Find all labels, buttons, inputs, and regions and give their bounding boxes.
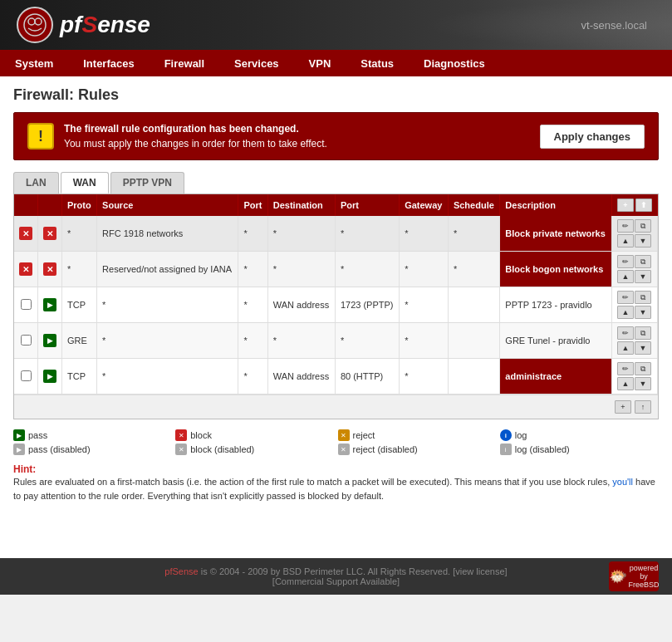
row2-checkbox-cell: ✕ xyxy=(14,252,38,287)
row1-copy-btn[interactable]: ⧉ xyxy=(635,219,651,233)
row5-description: administrace xyxy=(500,359,612,395)
footer-brand-link[interactable]: pfSense xyxy=(164,566,198,576)
row4-state-cell: ▶ xyxy=(38,323,62,359)
row2-down-btn[interactable]: ▼ xyxy=(635,270,651,283)
legend-log-col: i log i log (disabled) xyxy=(500,429,659,455)
row3-up-btn[interactable]: ▲ xyxy=(617,306,634,319)
row4-down-btn[interactable]: ▼ xyxy=(635,341,651,355)
row2-copy-btn[interactable]: ⧉ xyxy=(635,255,651,268)
row4-checkbox-cell[interactable] xyxy=(14,323,38,359)
row2-src-port: * xyxy=(238,252,267,287)
row2-up-btn[interactable]: ▲ xyxy=(617,270,634,283)
row1-checkbox-cell: ✕ xyxy=(14,216,38,252)
alert-line1: The firewall rule configuration has been… xyxy=(64,121,327,136)
row3-proto: TCP xyxy=(62,287,97,323)
import-btn[interactable]: ⬆ xyxy=(635,198,652,212)
legend-reject-col: ✕ reject ✕ reject (disabled) xyxy=(338,429,497,455)
alert-warning-icon: ! xyxy=(27,123,54,149)
row5-edit-btn[interactable]: ✏ xyxy=(617,362,634,375)
row5-pass-icon: ▶ xyxy=(43,370,56,383)
bottom-import-btn[interactable]: ↑ xyxy=(635,400,651,414)
col-source-header: Source xyxy=(97,194,238,216)
legend-pass-disabled-label: pass (disabled) xyxy=(28,444,91,454)
row4-up-btn[interactable]: ▲ xyxy=(617,341,634,355)
row5-checkbox[interactable] xyxy=(21,370,32,381)
row3-edit-btn[interactable]: ✏ xyxy=(617,291,634,304)
row1-down-btn[interactable]: ▼ xyxy=(635,234,651,247)
row4-edit-btn[interactable]: ✏ xyxy=(617,326,634,340)
col-checkbox-header xyxy=(14,194,38,216)
row5-copy-btn[interactable]: ⧉ xyxy=(635,362,651,375)
alert-left: ! The firewall rule configuration has be… xyxy=(27,121,327,151)
col-schedule-header: Schedule xyxy=(448,194,499,216)
table-row: ✕ ✕ * RFC 1918 networks * * * * * Block … xyxy=(14,216,658,252)
legend-block-disabled: ✕ block (disabled) xyxy=(175,444,334,455)
row5-down-btn[interactable]: ▼ xyxy=(635,377,651,390)
apply-changes-button[interactable]: Apply changes xyxy=(540,125,645,149)
row5-actions: ✏ ⧉ ▲ ▼ xyxy=(612,359,658,395)
legend-block-label: block xyxy=(190,430,212,440)
svg-point-0 xyxy=(24,14,46,36)
row3-copy-btn[interactable]: ⧉ xyxy=(635,291,651,304)
nav-services[interactable]: Services xyxy=(219,50,294,76)
table-row: ▶ TCP * * WAN address 1723 (PPTP) * PPTP… xyxy=(14,287,658,323)
row1-dst-port: * xyxy=(335,216,399,252)
row2-proto: * xyxy=(62,252,97,287)
row2-description: Block bogon networks xyxy=(500,252,612,287)
nav-firewall[interactable]: Firewall xyxy=(150,50,219,76)
row4-copy-btn[interactable]: ⧉ xyxy=(635,326,651,340)
row3-pass-icon: ▶ xyxy=(43,298,56,311)
nav-system[interactable]: System xyxy=(0,50,68,76)
row3-down-btn[interactable]: ▼ xyxy=(635,306,651,319)
row3-src-port: * xyxy=(238,287,267,323)
row1-description: Block private networks xyxy=(500,216,612,252)
table-row: ▶ GRE * * * * * GRE Tunel - pravidlo ✏ ⧉ xyxy=(14,323,658,359)
tab-pptp-vpn[interactable]: PPTP VPN xyxy=(110,172,184,194)
legend-block-disabled-label: block (disabled) xyxy=(190,444,254,454)
alert-text: The firewall rule configuration has been… xyxy=(64,121,327,151)
row4-checkbox[interactable] xyxy=(21,335,32,346)
row5-dest: WAN address xyxy=(267,359,335,395)
nav-diagnostics[interactable]: Diagnostics xyxy=(409,50,500,76)
table-row: ✕ ✕ * Reserved/not assigned by IANA * * … xyxy=(14,252,658,287)
alert-box: ! The firewall rule configuration has be… xyxy=(13,112,659,160)
row4-gateway: * xyxy=(400,323,449,359)
row1-actions: ✏ ⧉ ▲ ▼ xyxy=(612,216,658,252)
tab-wan[interactable]: WAN xyxy=(61,172,109,194)
row3-source: * xyxy=(97,287,238,323)
tab-lan[interactable]: LAN xyxy=(13,172,59,194)
row5-up-btn[interactable]: ▲ xyxy=(617,377,634,390)
row1-schedule: * xyxy=(448,216,499,252)
row2-dest: * xyxy=(267,252,335,287)
row2-edit-btn[interactable]: ✏ xyxy=(617,255,634,268)
tabs: LAN WAN PPTP VPN xyxy=(13,172,659,194)
nav-status[interactable]: Status xyxy=(346,50,409,76)
row5-checkbox-cell[interactable] xyxy=(14,359,38,395)
pass-disabled-icon: ▶ xyxy=(13,444,25,455)
footer-copyright: is © 2004 - 2009 by BSD Perimeter LLC. A… xyxy=(199,566,508,576)
row4-dst-port: * xyxy=(335,323,399,359)
row2-actions: ✏ ⧉ ▲ ▼ xyxy=(612,252,658,287)
legend-pass-col: ▶ pass ▶ pass (disabled) xyxy=(13,429,172,455)
row3-checkbox[interactable] xyxy=(21,299,32,310)
legend: ▶ pass ▶ pass (disabled) ✕ block ✕ block… xyxy=(13,429,659,455)
log-disabled-icon: i xyxy=(500,444,512,455)
row1-dest: * xyxy=(267,216,335,252)
row3-dst-port: 1723 (PPTP) xyxy=(335,287,399,323)
row1-up-btn[interactable]: ▲ xyxy=(617,234,634,247)
pass-icon: ▶ xyxy=(13,429,25,441)
row2-state-icon: ✕ xyxy=(43,262,56,276)
nav-interfaces[interactable]: Interfaces xyxy=(68,50,149,76)
reject-disabled-icon: ✕ xyxy=(338,444,350,455)
nav-vpn[interactable]: VPN xyxy=(294,50,346,76)
add-all-btn[interactable]: + xyxy=(617,198,634,212)
bottom-add-btn[interactable]: + xyxy=(615,400,631,414)
row1-edit-btn[interactable]: ✏ xyxy=(617,219,634,233)
block-disabled-icon: ✕ xyxy=(175,444,187,455)
row2-dst-port: * xyxy=(335,252,399,287)
hint-text: Rules are evaluated on a first-match bas… xyxy=(13,475,659,502)
row3-checkbox-cell[interactable] xyxy=(14,287,38,323)
row1-proto: * xyxy=(62,216,97,252)
row3-actions: ✏ ⧉ ▲ ▼ xyxy=(612,287,658,323)
col-description-header: Description xyxy=(500,194,612,216)
